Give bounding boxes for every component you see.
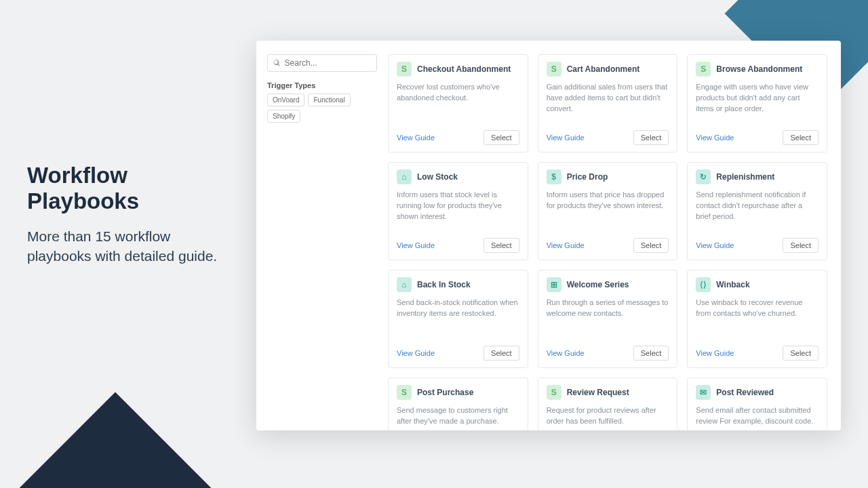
onvoard-icon: ✉ [696, 385, 711, 400]
card-title: Browse Abandonment [716, 64, 802, 74]
view-guide-link[interactable]: View Guide [547, 241, 585, 249]
card-title: Replenishment [716, 172, 774, 182]
playbook-card: ⌂Low StockInform users that stock level … [388, 162, 528, 260]
card-description: Run through a series of messages to welc… [547, 298, 669, 346]
functional-icon: ⌂ [397, 277, 412, 292]
card-header: ⌂Back In Stock [397, 277, 519, 292]
playbook-card: ↻ReplenishmentSend replenishment notific… [687, 162, 827, 260]
card-header: ✉Post Reviewed [696, 385, 818, 400]
card-title: Low Stock [417, 172, 458, 182]
card-footer: View GuideSelect [397, 238, 519, 253]
view-guide-link[interactable]: View Guide [397, 349, 435, 357]
card-title: Post Reviewed [716, 388, 774, 397]
card-footer: View GuideSelect [696, 130, 818, 145]
filter-tag-functional[interactable]: Functional [308, 94, 350, 106]
hero-subtitle: More than 15 workflow playbooks with det… [27, 226, 231, 266]
view-guide-link[interactable]: View Guide [547, 134, 585, 142]
card-header: SReview Request [547, 385, 669, 400]
onvoard-icon: ⊞ [547, 277, 561, 292]
card-description: Gain additional sales from users that ha… [547, 82, 669, 130]
card-title: Winback [716, 280, 749, 289]
sidebar: Trigger Types OnVoard Functional Shopify [267, 54, 377, 430]
card-header: $Price Drop [547, 169, 669, 184]
view-guide-link[interactable]: View Guide [547, 349, 585, 357]
card-header: ⟨⟩Winback [696, 277, 818, 292]
card-description: Request for product reviews after order … [547, 405, 669, 430]
playbook-card: SBrowse AbandonmentEngage with users who… [687, 54, 827, 152]
card-description: Send message to customers right after th… [397, 405, 519, 430]
card-description: Inform users that stock level is running… [397, 190, 519, 238]
card-description: Use winback to recover revenue from cont… [696, 298, 818, 346]
card-description: Engage with users who have view products… [696, 82, 818, 130]
card-footer: View GuideSelect [696, 238, 818, 253]
card-title: Welcome Series [567, 280, 629, 289]
filter-tag-shopify[interactable]: Shopify [267, 110, 300, 123]
view-guide-link[interactable]: View Guide [696, 241, 734, 249]
card-title: Cart Abandonment [567, 64, 640, 74]
select-button[interactable]: Select [484, 238, 519, 253]
functional-icon: ↻ [696, 169, 711, 184]
playbook-card: ✉Post ReviewedSend email after contact s… [687, 378, 827, 430]
card-title: Price Drop [567, 172, 608, 182]
onvoard-icon: ⟨⟩ [696, 277, 711, 292]
cards-grid: SCheckout AbandonmentRecover lost custom… [388, 54, 827, 430]
select-button[interactable]: Select [783, 346, 818, 361]
shopify-icon: S [547, 385, 561, 400]
card-footer: View GuideSelect [696, 346, 818, 361]
playbook-card: $Price DropInform users that price has d… [538, 162, 678, 260]
playbook-card: SReview RequestRequest for product revie… [538, 378, 678, 430]
card-description: Recover lost customers who've abandoned … [397, 82, 519, 130]
select-button[interactable]: Select [783, 238, 818, 253]
card-description: Send email after contact submitted revie… [696, 405, 818, 430]
card-footer: View GuideSelect [397, 346, 519, 361]
card-title: Review Request [567, 388, 629, 397]
playbook-card: SCart AbandonmentGain additional sales f… [538, 54, 678, 152]
functional-icon: $ [547, 169, 561, 184]
select-button[interactable]: Select [484, 130, 519, 145]
card-description: Send replenishment notification if conta… [696, 190, 818, 238]
card-description: Send back-in-stock notification when inv… [397, 298, 519, 346]
functional-icon: ⌂ [397, 169, 412, 184]
playbook-card: ⊞Welcome SeriesRun through a series of m… [538, 270, 678, 368]
card-footer: View GuideSelect [547, 130, 669, 145]
playbook-card: ⌂Back In StockSend back-in-stock notific… [388, 270, 528, 368]
decorative-diamond-bottom [20, 392, 212, 488]
view-guide-link[interactable]: View Guide [696, 134, 734, 142]
playbook-card: SCheckout AbandonmentRecover lost custom… [388, 54, 528, 152]
hero-panel: Workflow Playbooks More than 15 workflow… [27, 163, 231, 266]
card-footer: View GuideSelect [547, 346, 669, 361]
card-header: SCheckout Abandonment [397, 62, 519, 77]
card-description: Inform users that price has dropped for … [547, 190, 669, 238]
card-header: SPost Purchase [397, 385, 519, 400]
app-window: Trigger Types OnVoard Functional Shopify… [256, 41, 841, 430]
card-header: SCart Abandonment [547, 62, 669, 77]
shopify-icon: S [397, 385, 412, 400]
playbook-card: SPost PurchaseSend message to customers … [388, 378, 528, 430]
filter-tag-onvoard[interactable]: OnVoard [267, 94, 304, 106]
search-input[interactable] [285, 58, 371, 68]
search-box[interactable] [267, 54, 377, 72]
card-footer: View GuideSelect [547, 238, 669, 253]
select-button[interactable]: Select [783, 130, 818, 145]
shopify-icon: S [547, 62, 561, 77]
shopify-icon: S [696, 62, 711, 77]
hero-title: Workflow Playbooks [27, 163, 231, 214]
select-button[interactable]: Select [633, 130, 669, 145]
search-icon [273, 59, 281, 67]
card-footer: View GuideSelect [397, 130, 519, 145]
select-button[interactable]: Select [484, 346, 519, 361]
card-header: ↻Replenishment [696, 169, 818, 184]
filter-tags: OnVoard Functional Shopify [267, 94, 377, 123]
card-header: ⊞Welcome Series [547, 277, 669, 292]
view-guide-link[interactable]: View Guide [696, 349, 734, 357]
card-title: Checkout Abandonment [417, 64, 511, 74]
shopify-icon: S [397, 62, 412, 77]
select-button[interactable]: Select [633, 346, 669, 361]
select-button[interactable]: Select [633, 238, 669, 253]
view-guide-link[interactable]: View Guide [397, 241, 435, 249]
card-title: Back In Stock [417, 280, 471, 289]
playbook-card: ⟨⟩WinbackUse winback to recover revenue … [687, 270, 827, 368]
view-guide-link[interactable]: View Guide [397, 134, 435, 142]
filter-heading: Trigger Types [267, 81, 377, 89]
card-header: ⌂Low Stock [397, 169, 519, 184]
